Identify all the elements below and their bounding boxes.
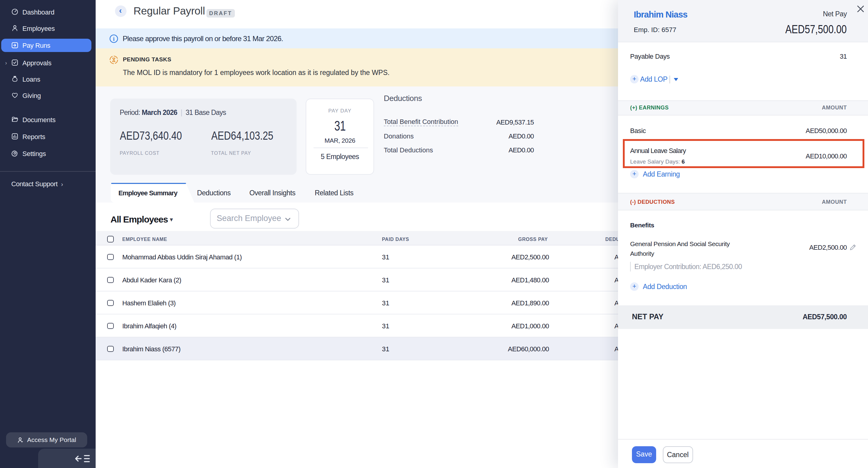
svg-text:i: i [113, 36, 115, 42]
